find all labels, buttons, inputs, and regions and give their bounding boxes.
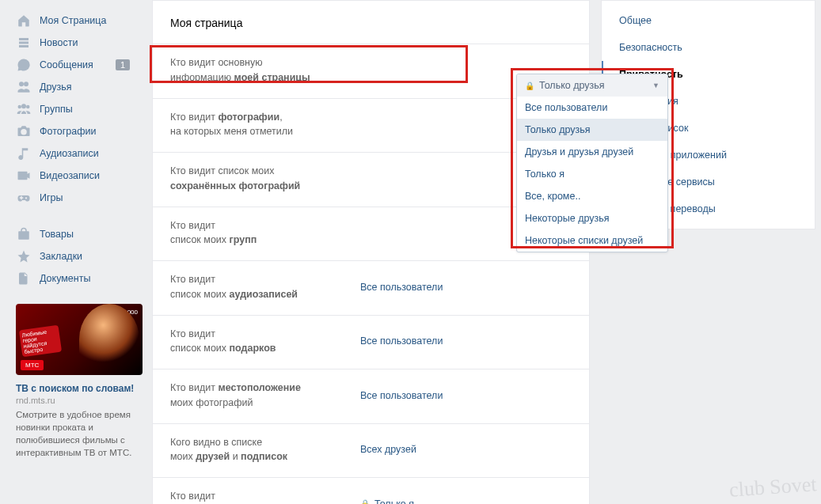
lock-icon: 🔒 xyxy=(525,81,534,90)
row-label: Кто видитсписок моих групп xyxy=(170,218,360,248)
document-icon xyxy=(16,271,32,286)
settings-tab-general[interactable]: Общее xyxy=(602,7,815,34)
ad-title: ТВ с поиском по словам! xyxy=(16,383,147,394)
nav-label: Моя Страница xyxy=(40,15,106,26)
page-title: Моя страница xyxy=(153,1,589,44)
privacy-row: Кто видитсписок моих аудиозаписей Все по… xyxy=(153,260,589,315)
nav-label: Группы xyxy=(40,104,73,115)
dropdown-option[interactable]: Только друзья xyxy=(517,119,667,141)
nav-messages[interactable]: Сообщения1 xyxy=(5,54,152,76)
ad-domain: rnd.mts.ru xyxy=(16,396,147,405)
camera-icon xyxy=(16,123,32,139)
message-icon xyxy=(16,57,32,73)
row-label: Кто видит местоположениемоих фотографий xyxy=(170,381,360,411)
bag-icon xyxy=(16,226,32,242)
row-value[interactable]: Все пользователи xyxy=(360,381,443,411)
nav-label: Документы xyxy=(40,273,90,284)
dropdown-option[interactable]: Только я xyxy=(517,163,667,185)
nav-market[interactable]: Товары xyxy=(5,223,152,245)
nav-audio[interactable]: Аудиозаписи xyxy=(5,142,152,165)
nav-games[interactable]: Игры xyxy=(5,187,152,209)
caret-down-icon: ▼ xyxy=(652,81,659,89)
row-label: Кто видитсписок моих аудиозаписей xyxy=(170,272,360,302)
nav-label: Друзья xyxy=(40,81,72,93)
row-value[interactable]: 🔒Только я xyxy=(360,489,414,504)
nav-label: Видеозаписи xyxy=(40,170,100,181)
nav-badge: 1 xyxy=(116,59,130,70)
nav-groups[interactable]: Группы xyxy=(5,98,152,120)
lock-icon: 🔒 xyxy=(360,499,370,504)
row-label: Кто видит основнуюинформацию моей страни… xyxy=(170,55,360,85)
settings-tab-security[interactable]: Безопасность xyxy=(602,34,815,61)
music-icon xyxy=(16,146,32,161)
friends-icon xyxy=(16,79,32,95)
nav-label: Сообщения xyxy=(40,59,93,70)
row-label: Кто видитмоих скрытых друзей xyxy=(170,489,360,504)
ad-image: Любимые герои найдутся быстро МТС TV 100… xyxy=(16,304,143,375)
dropdown-selected[interactable]: 🔒Только друзья▼ xyxy=(517,74,667,97)
news-icon xyxy=(16,35,32,51)
row-label: Кто видит список моихсохранённых фотогра… xyxy=(170,164,360,194)
nav-docs[interactable]: Документы xyxy=(5,267,152,290)
groups-icon xyxy=(16,101,32,117)
gamepad-icon xyxy=(16,190,32,206)
ad-block[interactable]: Любимые герои найдутся быстро МТС TV 100… xyxy=(16,304,147,459)
dropdown-option[interactable]: Некоторые друзья xyxy=(517,207,667,229)
ad-text: Смотрите в удобное время новинки проката… xyxy=(16,408,147,459)
left-sidebar: Моя Страница Новости Сообщения1 Друзья Г… xyxy=(0,0,152,504)
row-label: Кто видитсписок моих подарков xyxy=(170,327,360,357)
privacy-row: Кого видно в спискемоих друзей и подписо… xyxy=(153,423,589,478)
row-value[interactable]: Всех друзей xyxy=(360,435,416,465)
star-icon xyxy=(16,248,32,264)
nav-label: Новости xyxy=(40,37,78,48)
dropdown-option[interactable]: Все пользователи xyxy=(517,97,667,119)
dropdown-option[interactable]: Некоторые списки друзей xyxy=(517,229,667,252)
privacy-row: Кто видит местоположениемоих фотографий … xyxy=(153,369,589,423)
nav-label: Игры xyxy=(40,192,63,203)
nav-my-page[interactable]: Моя Страница xyxy=(5,9,152,32)
dropdown-option[interactable]: Все, кроме.. xyxy=(517,185,667,207)
row-value[interactable]: Все пользователи xyxy=(360,272,443,302)
nav-photos[interactable]: Фотографии xyxy=(5,120,152,142)
row-label: Кто видит фотографии,на которых меня отм… xyxy=(170,110,360,140)
nav-news[interactable]: Новости xyxy=(5,32,152,54)
nav-label: Закладки xyxy=(40,251,82,262)
nav-label: Фотографии xyxy=(40,126,96,137)
home-icon xyxy=(16,13,32,28)
nav-label: Товары xyxy=(40,229,74,240)
privacy-dropdown: 🔒Только друзья▼ Все пользователи Только … xyxy=(516,74,668,252)
privacy-row: Кто видитмоих скрытых друзей 🔒Только я xyxy=(153,477,589,504)
row-value[interactable]: Все пользователи xyxy=(360,327,443,357)
nav-label: Аудиозаписи xyxy=(40,148,99,159)
main-panel: Моя страница Кто видит основнуюинформаци… xyxy=(152,0,590,504)
nav-video[interactable]: Видеозаписи xyxy=(5,165,152,187)
video-icon xyxy=(16,168,32,184)
nav-friends[interactable]: Друзья xyxy=(5,76,152,98)
nav-bookmarks[interactable]: Закладки xyxy=(5,245,152,267)
row-label: Кого видно в спискемоих друзей и подписо… xyxy=(170,435,360,465)
privacy-row: Кто видитсписок моих подарков Все пользо… xyxy=(153,315,589,369)
dropdown-option[interactable]: Друзья и друзья друзей xyxy=(517,141,667,163)
